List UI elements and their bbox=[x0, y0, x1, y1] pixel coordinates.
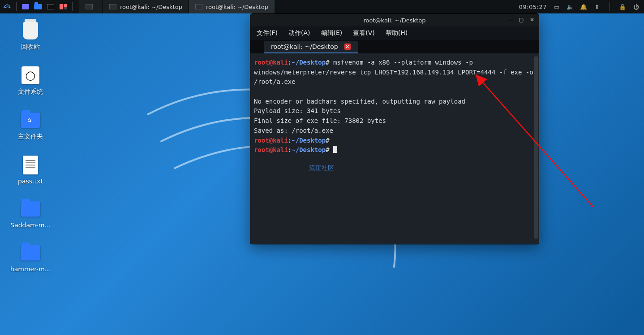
desktop-icon-label: 文件系统 bbox=[18, 88, 43, 96]
window-close-button[interactable]: ✕ bbox=[528, 16, 536, 23]
task-thumb-icon bbox=[86, 4, 93, 9]
lock-icon[interactable]: 🔒 bbox=[619, 4, 626, 10]
desktop-icon-label: hammer-m... bbox=[10, 265, 51, 273]
volume-icon[interactable]: 🔈 bbox=[567, 4, 574, 10]
terminal-window[interactable]: root@kali: ~/Desktop ― ▢ ✕ 文件(F)动作(A)编辑(… bbox=[250, 13, 539, 244]
display-icon[interactable]: ▭ bbox=[553, 4, 560, 10]
task-label: root@kali: ~/Desktop bbox=[206, 4, 268, 10]
terminal-tab[interactable]: root@kali: ~/Desktop ✕ bbox=[264, 41, 358, 53]
task-thumb-icon bbox=[195, 4, 202, 9]
power-icon[interactable]: ⏻ bbox=[632, 4, 640, 10]
desktop-icon-5[interactable]: hammer-m... bbox=[8, 242, 53, 273]
launcher-window-icon[interactable] bbox=[19, 0, 32, 13]
folder-icon bbox=[20, 242, 41, 264]
desktop-icon-label: pass.txt bbox=[18, 178, 43, 185]
panel-launchers bbox=[0, 0, 75, 13]
task-label: root@kali: ~/Desktop bbox=[120, 4, 182, 10]
folder-icon bbox=[20, 198, 41, 220]
close-tab-icon[interactable]: ✕ bbox=[344, 44, 351, 50]
launcher-workspaces-icon[interactable] bbox=[57, 0, 69, 13]
menu-item[interactable]: 文件(F) bbox=[257, 29, 278, 37]
terminal-tab-bar: root@kali: ~/Desktop ✕ bbox=[250, 40, 539, 53]
desktop-icon-3[interactable]: pass.txt bbox=[8, 154, 53, 185]
top-panel: root@kali: ~/Desktop root@kali: ~/Deskto… bbox=[0, 0, 644, 13]
separator bbox=[16, 2, 17, 11]
terminal-tab-label: root@kali: ~/Desktop bbox=[271, 43, 338, 50]
folder-icon: ⌂ bbox=[20, 109, 41, 131]
launcher-files-icon[interactable] bbox=[32, 0, 44, 13]
desktop-icon-label: Saddam-m... bbox=[10, 222, 51, 229]
desktop-icon-4[interactable]: Saddam-m... bbox=[8, 198, 53, 229]
desktop-icon-2[interactable]: ⌂主文件夹 bbox=[8, 109, 53, 141]
desktop-icons: 回收站◯文件系统⌂主文件夹pass.txtSaddam-m...hammer-m… bbox=[8, 20, 53, 273]
desktop-icon-label: 主文件夹 bbox=[18, 133, 43, 141]
separator bbox=[72, 2, 73, 11]
desktop-icon-1[interactable]: ◯文件系统 bbox=[8, 65, 53, 96]
trash-icon bbox=[20, 20, 41, 41]
filesystem-icon: ◯ bbox=[20, 65, 41, 86]
notification-icon[interactable]: 🔔 bbox=[580, 4, 587, 10]
task-thumb-icon bbox=[109, 4, 116, 9]
terminal-body[interactable]: root@kali:~/Desktop# msfvenom -a x86 --p… bbox=[250, 53, 539, 244]
window-title: root@kali: ~/Desktop bbox=[364, 17, 426, 24]
launcher-terminal-icon[interactable] bbox=[44, 0, 57, 13]
desktop-icon-label: 回收站 bbox=[21, 43, 40, 51]
document-icon bbox=[20, 154, 41, 176]
menu-item[interactable]: 帮助(H) bbox=[386, 29, 408, 37]
terminal-scrollbar[interactable] bbox=[534, 56, 538, 239]
separator bbox=[610, 2, 610, 11]
menu-item[interactable]: 查看(V) bbox=[353, 29, 375, 37]
kali-menu-icon[interactable] bbox=[1, 0, 13, 13]
window-buttons: ― ▢ ✕ bbox=[507, 16, 536, 23]
taskbar-task-0[interactable] bbox=[79, 0, 103, 13]
window-maximize-button[interactable]: ▢ bbox=[517, 16, 525, 23]
window-menubar: 文件(F)动作(A)编辑(E)查看(V)帮助(H) bbox=[250, 26, 539, 40]
system-tray: 09:05:27 ▭ 🔈 🔔 ⬆ 🔒 ⏻ bbox=[519, 2, 644, 11]
window-titlebar[interactable]: root@kali: ~/Desktop ― ▢ ✕ bbox=[250, 14, 539, 26]
menu-item[interactable]: 动作(A) bbox=[288, 29, 310, 37]
taskbar-task-1[interactable]: root@kali: ~/Desktop bbox=[103, 0, 189, 13]
window-minimize-button[interactable]: ― bbox=[507, 16, 515, 23]
taskbar-tasks: root@kali: ~/Desktop root@kali: ~/Deskto… bbox=[79, 0, 275, 13]
update-icon[interactable]: ⬆ bbox=[593, 4, 601, 10]
taskbar-task-2[interactable]: root@kali: ~/Desktop bbox=[189, 0, 275, 13]
clock[interactable]: 09:05:27 bbox=[519, 4, 547, 10]
menu-item[interactable]: 编辑(E) bbox=[321, 29, 343, 37]
desktop-icon-0[interactable]: 回收站 bbox=[8, 20, 53, 51]
